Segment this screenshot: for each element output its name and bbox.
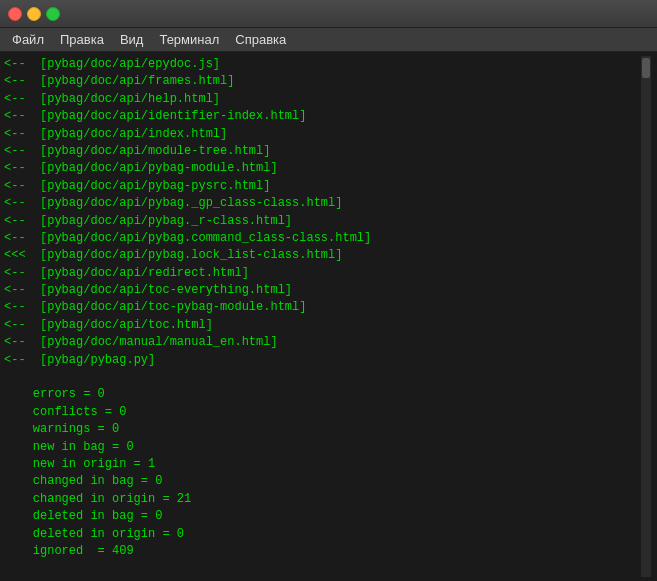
terminal-line: <-- [pybag/doc/api/pybag-module.html] xyxy=(4,160,641,177)
menu-item-Терминал[interactable]: Терминал xyxy=(151,30,227,49)
titlebar xyxy=(0,0,657,28)
terminal-line: <-- [pybag/doc/api/redirect.html] xyxy=(4,265,641,282)
terminal-line: <-- [pybag/doc/api/index.html] xyxy=(4,126,641,143)
terminal-line: <-- [pybag/doc/api/pybag._gp_class-class… xyxy=(4,195,641,212)
menu-item-Правка[interactable]: Правка xyxy=(52,30,112,49)
terminal-line: <-- [pybag/doc/api/epydoc.js] xyxy=(4,56,641,73)
stat-line: warnings = 0 xyxy=(4,421,641,438)
terminal-line-empty xyxy=(4,369,641,386)
scrollbar[interactable] xyxy=(641,56,651,577)
stat-line: changed in origin = 21 xyxy=(4,491,641,508)
stat-line: changed in bag = 0 xyxy=(4,473,641,490)
terminal-line: <<< [pybag/doc/api/pybag.lock_list-class… xyxy=(4,247,641,264)
terminal-line: <-- [pybag/doc/api/pybag.command_class-c… xyxy=(4,230,641,247)
terminal-line: <-- [pybag/doc/api/pybag-pysrc.html] xyxy=(4,178,641,195)
stat-line: ignored = 409 xyxy=(4,543,641,560)
terminal-line: <-- [pybag/doc/api/toc-pybag-module.html… xyxy=(4,299,641,316)
traffic-lights xyxy=(8,7,60,21)
scroll-thumb[interactable] xyxy=(642,58,650,78)
terminal-line: <-- [pybag/doc/api/toc.html] xyxy=(4,317,641,334)
terminal-line: <-- [pybag/doc/api/toc-everything.html] xyxy=(4,282,641,299)
menubar: ФайлПравкаВидТерминалСправка xyxy=(0,28,657,52)
terminal-line-empty xyxy=(4,560,641,577)
minimize-button[interactable] xyxy=(27,7,41,21)
terminal-line: <-- [pybag/doc/api/identifier-index.html… xyxy=(4,108,641,125)
terminal-line: <-- [pybag/doc/api/help.html] xyxy=(4,91,641,108)
menu-item-Вид[interactable]: Вид xyxy=(112,30,152,49)
stat-line: errors = 0 xyxy=(4,386,641,403)
terminal-line: <-- [pybag/doc/manual/manual_en.html] xyxy=(4,334,641,351)
stat-line: new in origin = 1 xyxy=(4,456,641,473)
stat-line: deleted in origin = 0 xyxy=(4,526,641,543)
close-button[interactable] xyxy=(8,7,22,21)
stat-line: conflicts = 0 xyxy=(4,404,641,421)
terminal-output: <-- [pybag/doc/api/epydoc.js]<-- [pybag/… xyxy=(4,56,641,577)
menu-item-Справка[interactable]: Справка xyxy=(227,30,294,49)
terminal-line: <-- [pybag/doc/api/pybag._r-class.html] xyxy=(4,213,641,230)
stat-line: new in bag = 0 xyxy=(4,439,641,456)
terminal-area[interactable]: <-- [pybag/doc/api/epydoc.js]<-- [pybag/… xyxy=(0,52,657,581)
maximize-button[interactable] xyxy=(46,7,60,21)
terminal-line: <-- [pybag/doc/api/frames.html] xyxy=(4,73,641,90)
menu-item-Файл[interactable]: Файл xyxy=(4,30,52,49)
terminal-line: <-- [pybag/pybag.py] xyxy=(4,352,641,369)
terminal-line: <-- [pybag/doc/api/module-tree.html] xyxy=(4,143,641,160)
stat-line: deleted in bag = 0 xyxy=(4,508,641,525)
